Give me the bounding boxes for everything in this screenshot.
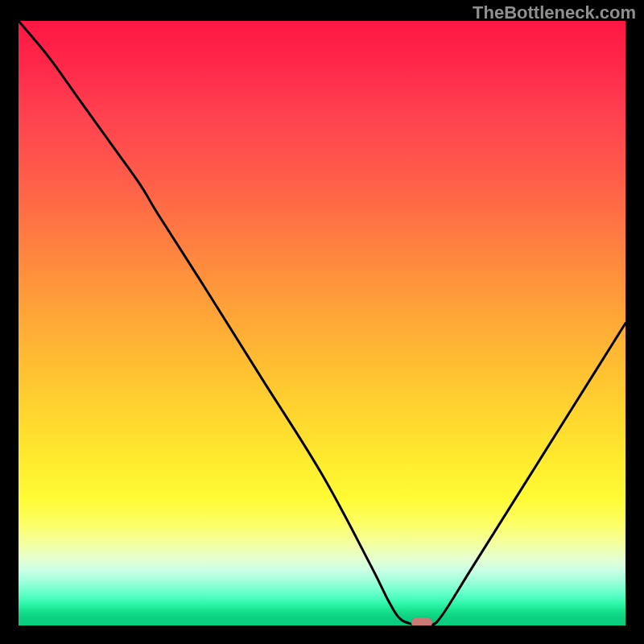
bottleneck-curve [19, 21, 625, 625]
attribution-text: TheBottleneck.com [473, 2, 636, 23]
plot-area [19, 21, 625, 625]
curve-layer [19, 21, 625, 625]
optimal-marker [411, 617, 432, 625]
chart-frame: TheBottleneck.com [0, 0, 644, 644]
